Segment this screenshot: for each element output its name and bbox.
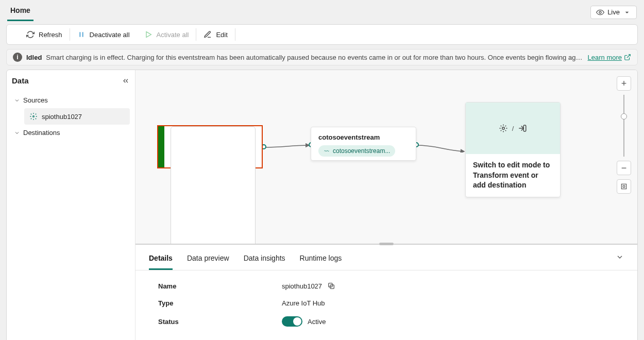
play-icon xyxy=(144,30,152,39)
name-value: spiothub1027 xyxy=(282,282,322,290)
status-toggle[interactable] xyxy=(282,316,302,327)
deactivate-all-button[interactable]: Deactivate all xyxy=(70,25,137,44)
dest-prompt: Switch to edit mode to Transform event o… xyxy=(466,154,560,197)
pause-icon xyxy=(77,30,86,39)
live-mode-button[interactable]: Live xyxy=(590,6,637,19)
iot-hub-icon xyxy=(29,112,38,121)
svg-point-11 xyxy=(502,127,504,130)
zoom-in-button[interactable]: + xyxy=(617,76,631,91)
zoom-fit-button[interactable] xyxy=(617,179,631,194)
chevron-down-icon xyxy=(14,97,20,104)
source-item-spiothub[interactable]: spiothub1027 xyxy=(24,108,130,125)
tab-details[interactable]: Details xyxy=(149,251,173,270)
edit-label: Edit xyxy=(216,31,227,39)
slash: / xyxy=(512,125,514,132)
info-banner: i Idled Smart charging is in effect. Cha… xyxy=(6,49,638,65)
status-value: Active xyxy=(308,318,326,326)
eye-icon xyxy=(596,8,604,16)
svg-marker-4 xyxy=(146,32,151,38)
fit-icon xyxy=(620,183,628,190)
svg-rect-13 xyxy=(621,184,626,189)
type-value: Azure IoT Hub xyxy=(282,299,325,307)
name-label: Name xyxy=(158,282,282,290)
tab-runtime-logs[interactable]: Runtime logs xyxy=(300,251,342,270)
chevron-down-icon xyxy=(623,8,631,16)
learn-more-link[interactable]: Learn more xyxy=(588,54,631,61)
eventstream-title: cotosoeventstream xyxy=(318,133,409,141)
refresh-label: Refresh xyxy=(39,31,62,39)
collapse-panel-icon[interactable] xyxy=(616,253,624,261)
deactivate-label: Deactivate all xyxy=(90,31,130,39)
resize-handle[interactable] xyxy=(379,243,394,245)
refresh-icon xyxy=(26,30,35,39)
transform-icon xyxy=(499,124,508,133)
activate-label: Activate all xyxy=(157,31,189,39)
status-label: Status xyxy=(158,318,282,326)
edit-button[interactable]: Edit xyxy=(196,25,234,44)
panel-title: Data xyxy=(12,76,29,85)
canvas[interactable]: spiothub1027 Active cotosoeventstr xyxy=(135,70,637,244)
svg-rect-12 xyxy=(524,125,527,131)
separator xyxy=(235,28,235,41)
edit-icon xyxy=(204,30,212,39)
banner-message: Smart charging is in effect. Charging fo… xyxy=(46,54,583,61)
copy-icon[interactable] xyxy=(327,282,335,290)
eventstream-pill[interactable]: cotosoeventstream... xyxy=(318,145,395,157)
live-label: Live xyxy=(607,8,620,16)
chevron-down-icon xyxy=(14,130,20,136)
tab-data-preview[interactable]: Data preview xyxy=(187,251,229,270)
destinations-header[interactable]: Destinations xyxy=(12,125,130,141)
source-node[interactable]: spiothub1027 Active xyxy=(157,125,263,168)
stream-icon xyxy=(324,148,330,154)
refresh-button[interactable]: Refresh xyxy=(19,25,70,44)
activate-all-button: Activate all xyxy=(137,25,196,44)
details-panel: Details Data preview Data insights Runti… xyxy=(135,244,637,340)
tab-home[interactable]: Home xyxy=(7,3,33,21)
type-label: Type xyxy=(158,299,282,307)
external-link-icon xyxy=(624,54,631,61)
svg-line-5 xyxy=(627,55,630,58)
zoom-out-button[interactable]: − xyxy=(617,161,631,175)
status-stripe xyxy=(158,126,164,167)
sources-header[interactable]: Sources xyxy=(12,92,130,108)
info-icon: i xyxy=(13,53,22,62)
svg-point-0 xyxy=(599,11,601,13)
output-icon xyxy=(518,124,527,133)
zoom-slider[interactable] xyxy=(623,95,624,157)
eventstream-node[interactable]: cotosoeventstream cotosoeventstream... xyxy=(311,127,416,161)
svg-rect-14 xyxy=(623,185,625,188)
collapse-icon[interactable] xyxy=(122,77,130,85)
zoom-thumb[interactable] xyxy=(621,113,627,120)
svg-point-6 xyxy=(33,116,35,117)
banner-status: Idled xyxy=(26,54,42,61)
destination-placeholder[interactable]: / Switch to edit mode to Transform event… xyxy=(465,102,561,197)
tab-data-insights[interactable]: Data insights xyxy=(244,251,285,270)
data-panel: Data Sources spiothub1027 Destinations xyxy=(7,70,135,340)
